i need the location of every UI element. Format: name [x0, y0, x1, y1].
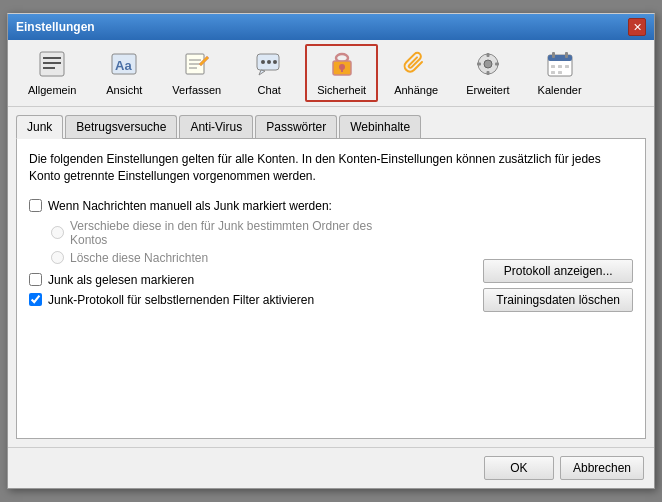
radio-delete-label: Lösche diese Nachrichten [70, 251, 208, 265]
checkbox-junk-mark-label: Wenn Nachrichten manuell als Junk markie… [48, 199, 332, 213]
toolbar-verfassen[interactable]: Verfassen [160, 44, 233, 102]
toolbar-kalender[interactable]: Kalender [526, 44, 594, 102]
svg-rect-27 [548, 55, 572, 61]
checkbox-row-1: Wenn Nachrichten manuell als Junk markie… [29, 199, 373, 213]
info-text: Die folgenden Einstellungen gelten für a… [29, 151, 633, 185]
tab-passwoerter[interactable]: Passwörter [255, 115, 337, 138]
security-icon [328, 50, 356, 82]
view-icon: Aa [110, 50, 138, 82]
svg-rect-3 [43, 67, 55, 69]
svg-rect-33 [551, 71, 555, 74]
main-window: Einstellungen ✕ Allgemein Aa [7, 13, 655, 489]
radio-move-label: Verschiebe diese in den für Junk bestimm… [70, 219, 373, 247]
svg-rect-19 [341, 68, 343, 72]
radio-row-2: Lösche diese Nachrichten [51, 251, 373, 265]
radio-move[interactable] [51, 226, 64, 239]
checkbox-junk-read[interactable] [29, 273, 42, 286]
svg-rect-24 [477, 63, 481, 66]
svg-point-14 [267, 60, 271, 64]
bottom-bar: OK Abbrechen [8, 447, 654, 488]
svg-rect-28 [552, 52, 555, 58]
radio-row-1: Verschiebe diese in den für Junk bestimm… [51, 219, 373, 247]
radio-delete[interactable] [51, 251, 64, 264]
tab-betrugsversuche[interactable]: Betrugsversuche [65, 115, 177, 138]
toolbar-verfassen-label: Verfassen [172, 84, 221, 96]
svg-point-15 [273, 60, 277, 64]
toolbar-chat-label: Chat [258, 84, 281, 96]
toolbar-sicherheit-label: Sicherheit [317, 84, 366, 96]
toolbar-allgemein[interactable]: Allgemein [16, 44, 88, 102]
checkbox-junk-log-label: Junk-Protokoll für selbstlernenden Filte… [48, 293, 314, 307]
window-title: Einstellungen [16, 20, 95, 34]
svg-text:Aa: Aa [115, 58, 132, 73]
chat-icon [255, 50, 283, 82]
checkbox-junk-log[interactable] [29, 293, 42, 306]
toolbar-ansicht-label: Ansicht [106, 84, 142, 96]
attach-icon [402, 50, 430, 82]
toolbar-sicherheit[interactable]: Sicherheit [305, 44, 378, 102]
tabs-row: Junk Betrugsversuche Anti-Virus Passwört… [16, 115, 646, 139]
tab-antivirus[interactable]: Anti-Virus [179, 115, 253, 138]
toolbar-anhaenge-label: Anhänge [394, 84, 438, 96]
side-buttons: Protokoll anzeigen... Trainingsdaten lös… [483, 199, 633, 313]
svg-rect-2 [43, 62, 61, 64]
toolbar-anhaenge[interactable]: Anhänge [382, 44, 450, 102]
toolbar-chat[interactable]: Chat [237, 44, 301, 102]
checkbox-row-3: Junk-Protokoll für selbstlernenden Filte… [29, 293, 373, 307]
toolbar-kalender-label: Kalender [538, 84, 582, 96]
svg-rect-23 [486, 71, 489, 75]
close-button[interactable]: ✕ [628, 18, 646, 36]
svg-point-13 [261, 60, 265, 64]
svg-rect-25 [495, 63, 499, 66]
tab-content: Die folgenden Einstellungen gelten für a… [16, 139, 646, 439]
title-bar: Einstellungen ✕ [8, 14, 654, 40]
calendar-icon [546, 50, 574, 82]
svg-marker-12 [259, 70, 265, 75]
svg-rect-22 [486, 53, 489, 57]
cancel-button[interactable]: Abbrechen [560, 456, 644, 480]
main-settings: Wenn Nachrichten manuell als Junk markie… [29, 199, 483, 313]
toolbar: Allgemein Aa Ansicht [8, 40, 654, 107]
checkbox-junk-mark[interactable] [29, 199, 42, 212]
svg-rect-34 [558, 71, 562, 74]
svg-rect-31 [558, 65, 562, 68]
advanced-icon [474, 50, 502, 82]
svg-rect-30 [551, 65, 555, 68]
toolbar-ansicht[interactable]: Aa Ansicht [92, 44, 156, 102]
svg-rect-29 [565, 52, 568, 58]
checkbox-row-2: Junk als gelesen markieren [29, 273, 373, 287]
compose-icon [183, 50, 211, 82]
content-area: Junk Betrugsversuche Anti-Virus Passwört… [8, 107, 654, 447]
settings-layout: Wenn Nachrichten manuell als Junk markie… [29, 199, 633, 313]
trainingsdaten-button[interactable]: Trainingsdaten löschen [483, 288, 633, 312]
toolbar-erweitert-label: Erweitert [466, 84, 509, 96]
svg-rect-1 [43, 57, 61, 59]
toolbar-erweitert[interactable]: Erweitert [454, 44, 521, 102]
svg-point-21 [484, 60, 492, 68]
ok-button[interactable]: OK [484, 456, 554, 480]
protokoll-button[interactable]: Protokoll anzeigen... [483, 259, 633, 283]
tab-webinhalte[interactable]: Webinhalte [339, 115, 421, 138]
svg-rect-32 [565, 65, 569, 68]
checkbox-junk-read-label: Junk als gelesen markieren [48, 273, 194, 287]
toolbar-allgemein-label: Allgemein [28, 84, 76, 96]
tab-junk[interactable]: Junk [16, 115, 63, 139]
general-icon [38, 50, 66, 82]
